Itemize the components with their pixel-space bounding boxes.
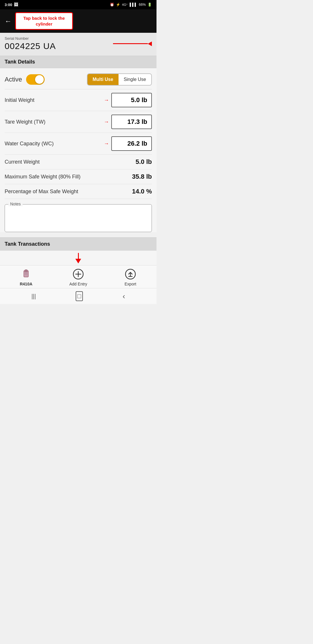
active-row: Active Multi Use Single Use [5, 68, 152, 89]
max-safe-weight-row: Maximum Safe Weight (80% Fill) 35.8 lb [5, 169, 152, 184]
bottom-nav: R410A Add Entry Export [0, 265, 156, 288]
tare-weight-label: Tare Weight (TW) [5, 119, 104, 125]
nav-item-r410a[interactable]: R410A [14, 268, 38, 286]
android-home-button[interactable]: □ [76, 291, 83, 301]
percentage-max-safe-row: Percentage of Max Safe Weight 14.0 % [5, 184, 152, 199]
serial-number: 0024225 UA [5, 41, 110, 51]
serial-section: Serial Number 0024225 UA [0, 33, 156, 56]
tare-weight-arrow: → [104, 119, 109, 125]
bluetooth-icon: ⚡ [116, 3, 120, 7]
current-weight-value: 5.0 lb [123, 158, 152, 166]
initial-weight-right: → 5.0 lb [104, 93, 152, 107]
percentage-max-safe-value: 14.0 % [123, 188, 152, 195]
initial-weight-input[interactable]: 5.0 lb [111, 93, 152, 107]
export-icon [124, 268, 137, 281]
tare-weight-input[interactable]: 17.3 lb [111, 115, 152, 129]
add-entry-icon [72, 268, 85, 281]
android-back-button[interactable]: ‹ [123, 292, 125, 301]
active-label: Active [5, 76, 22, 83]
nav-label-add-entry: Add Entry [69, 282, 87, 286]
lte-icon: 4G⁺ [122, 3, 128, 7]
percentage-max-safe-right: 14.0 % [123, 188, 152, 195]
back-button[interactable]: ← [5, 18, 12, 25]
transactions-header: Tank Transactions [0, 237, 156, 251]
tooltip-box: Tap back to lock the cylinder [15, 12, 73, 30]
initial-weight-arrow: → [104, 97, 109, 103]
battery-level: 66% [139, 3, 146, 7]
status-bar: 3:00 🖼 ⏰ ⚡ 4G⁺ ▌▌▌ 66% 🔋 [0, 0, 156, 9]
notes-label: Notes [8, 202, 23, 206]
nav-label-export: Export [125, 282, 136, 286]
max-safe-weight-label: Maximum Safe Weight (80% Fill) [5, 174, 123, 180]
status-icons: ⏰ ⚡ 4G⁺ ▌▌▌ 66% 🔋 [110, 3, 152, 7]
single-use-button[interactable]: Single Use [119, 74, 151, 85]
water-capacity-arrow: → [104, 141, 109, 147]
tank-details-header: Tank Details [0, 56, 156, 68]
serial-label: Serial Number [5, 36, 110, 41]
toolbar: ← Tap back to lock the cylinder [0, 9, 156, 33]
android-menu-button[interactable]: ||| [31, 293, 36, 300]
status-time: 3:00 🖼 [5, 2, 18, 7]
svg-rect-2 [25, 269, 27, 270]
image-icon: 🖼 [14, 2, 18, 7]
water-capacity-label: Water Capacity (WC) [5, 141, 104, 147]
active-left: Active [5, 74, 45, 85]
water-capacity-input[interactable]: 26.2 lb [111, 136, 152, 151]
notes-textarea[interactable] [5, 205, 152, 231]
nav-label-r410a: R410A [20, 282, 32, 286]
signal-icon: ▌▌▌ [130, 3, 137, 7]
android-nav-bar: ||| □ ‹ [0, 288, 156, 304]
active-toggle[interactable] [26, 74, 45, 85]
multi-use-button[interactable]: Multi Use [88, 74, 119, 85]
max-safe-weight-right: 35.8 lb [123, 173, 152, 180]
max-safe-weight-value: 35.8 lb [123, 173, 152, 180]
water-capacity-right: → 26.2 lb [104, 136, 152, 151]
alarm-icon: ⏰ [110, 3, 114, 7]
toggle-thumb [35, 75, 44, 84]
percentage-max-safe-label: Percentage of Max Safe Weight [5, 189, 123, 195]
down-arrow-area [0, 251, 156, 265]
current-weight-right: 5.0 lb [123, 158, 152, 166]
notes-section: Notes [5, 204, 152, 232]
tare-weight-right: → 17.3 lb [104, 115, 152, 129]
tare-weight-row: Tare Weight (TW) → 17.3 lb [5, 111, 152, 133]
nav-item-add-entry[interactable]: Add Entry [67, 268, 90, 286]
battery-icon: 🔋 [148, 3, 152, 7]
water-capacity-row: Water Capacity (WC) → 26.2 lb [5, 133, 152, 155]
initial-weight-row: Initial Weight → 5.0 lb [5, 89, 152, 111]
nav-item-export[interactable]: Export [119, 268, 142, 286]
current-weight-label: Current Weight [5, 159, 123, 165]
current-weight-row: Current Weight 5.0 lb [5, 155, 152, 169]
r410a-icon [20, 268, 32, 281]
main-content: Active Multi Use Single Use Initial Weig… [0, 68, 156, 232]
use-toggle: Multi Use Single Use [87, 73, 152, 86]
down-arrow-icon [75, 259, 81, 263]
initial-weight-label: Initial Weight [5, 97, 104, 103]
serial-arrow [113, 41, 152, 46]
